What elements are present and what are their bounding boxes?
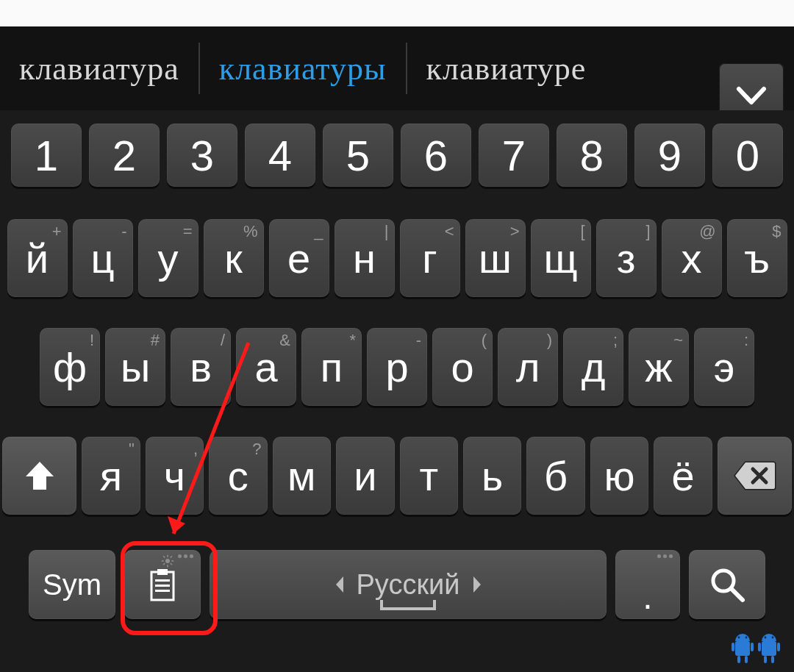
symbols-key[interactable]: Sym xyxy=(29,550,115,619)
more-dots-icon xyxy=(657,554,673,558)
settings-key[interactable] xyxy=(124,550,201,619)
chevron-down-icon xyxy=(734,79,768,112)
key-р[interactable]: р- xyxy=(367,328,427,406)
clipboard-icon xyxy=(144,566,181,603)
suggestion-item-1[interactable]: клавиатуры xyxy=(200,26,406,110)
key-ы[interactable]: ы# xyxy=(105,328,165,406)
svg-point-22 xyxy=(738,637,740,639)
key-с[interactable]: с? xyxy=(209,437,267,515)
key-к[interactable]: к% xyxy=(204,219,264,297)
key-л[interactable]: л) xyxy=(498,328,558,406)
svg-rect-4 xyxy=(171,560,174,562)
period-key[interactable]: . xyxy=(615,550,680,619)
svg-rect-5 xyxy=(163,556,165,558)
svg-rect-10 xyxy=(157,569,168,575)
svg-rect-6 xyxy=(170,563,172,565)
key-й[interactable]: й+ xyxy=(7,219,68,297)
key-5[interactable]: 5 xyxy=(323,124,393,187)
key-2[interactable]: 2 xyxy=(89,124,160,187)
key-з[interactable]: з] xyxy=(596,219,657,297)
more-dots-icon xyxy=(178,554,193,558)
key-е[interactable]: е_ xyxy=(269,219,329,297)
backspace-icon xyxy=(732,460,776,492)
svg-rect-18 xyxy=(732,643,734,651)
key-0[interactable]: 0 xyxy=(712,124,783,187)
key-ц[interactable]: ц- xyxy=(73,219,133,297)
spacebar[interactable]: Русский xyxy=(210,550,607,619)
key-б[interactable]: б xyxy=(526,437,584,515)
svg-rect-2 xyxy=(167,565,168,567)
key-ю[interactable]: ю xyxy=(590,437,648,515)
key-т[interactable]: т xyxy=(400,437,458,515)
keyboard: 1 2 3 4 5 6 7 8 9 0 й+ц-у=к%е_н|г<ш>щ[з]… xyxy=(0,110,794,672)
svg-rect-26 xyxy=(777,643,780,651)
key-п[interactable]: п* xyxy=(301,328,362,406)
key-4[interactable]: 4 xyxy=(245,124,315,187)
svg-point-29 xyxy=(765,637,767,639)
key-8[interactable]: 8 xyxy=(557,124,627,187)
key-а[interactable]: а& xyxy=(236,328,296,406)
key-ш[interactable]: ш> xyxy=(465,219,526,297)
key-в[interactable]: в/ xyxy=(171,328,231,406)
svg-rect-17 xyxy=(735,641,750,656)
suggestion-item-2[interactable]: клавиатуре xyxy=(407,26,606,110)
svg-rect-25 xyxy=(758,643,761,651)
backspace-key[interactable] xyxy=(718,437,792,515)
svg-line-15 xyxy=(732,589,743,600)
suggestion-item-0[interactable]: клавиатура xyxy=(0,26,198,110)
key-я[interactable]: я" xyxy=(82,437,140,515)
key-н[interactable]: н| xyxy=(335,219,395,297)
android-watermark-icon xyxy=(728,628,785,668)
letter-row-3: я"ч,с?митьбюё xyxy=(0,437,794,515)
key-щ[interactable]: щ[ xyxy=(531,219,591,297)
key-х[interactable]: х@ xyxy=(662,219,722,297)
key-6[interactable]: 6 xyxy=(401,124,471,187)
svg-point-30 xyxy=(772,637,774,639)
key-7[interactable]: 7 xyxy=(479,124,549,187)
key-ъ[interactable]: ъ$ xyxy=(727,219,787,297)
chevron-left-icon xyxy=(333,575,346,594)
svg-rect-12 xyxy=(155,585,170,587)
key-ч[interactable]: ч, xyxy=(146,437,204,515)
svg-rect-11 xyxy=(155,579,170,582)
key-г[interactable]: г< xyxy=(400,219,460,297)
key-ж[interactable]: ж~ xyxy=(629,328,689,406)
space-underline-icon xyxy=(379,598,437,613)
key-ь[interactable]: ь xyxy=(463,437,521,515)
chevron-right-icon xyxy=(471,575,484,594)
svg-rect-27 xyxy=(764,656,767,663)
key-ф[interactable]: ф! xyxy=(40,328,100,406)
svg-point-0 xyxy=(165,559,170,563)
svg-point-23 xyxy=(745,637,748,639)
search-icon xyxy=(707,565,747,604)
search-key[interactable] xyxy=(689,550,765,619)
gear-icon xyxy=(161,554,174,568)
svg-rect-21 xyxy=(745,656,748,663)
shift-up-icon xyxy=(21,457,58,494)
shift-key[interactable] xyxy=(2,437,76,515)
svg-rect-8 xyxy=(163,563,165,565)
key-3[interactable]: 3 xyxy=(167,124,237,187)
key-э[interactable]: э: xyxy=(694,328,754,406)
svg-rect-28 xyxy=(771,656,774,663)
letter-row-1: й+ц-у=к%е_н|г<ш>щ[з]х@ъ$ xyxy=(0,219,794,297)
bottom-row: Sym Русский . xyxy=(0,550,794,619)
key-у[interactable]: у= xyxy=(138,219,198,297)
svg-rect-7 xyxy=(170,556,172,558)
key-д[interactable]: д; xyxy=(563,328,623,406)
svg-rect-1 xyxy=(167,555,168,557)
key-9[interactable]: 9 xyxy=(634,124,705,187)
svg-rect-13 xyxy=(155,590,170,592)
svg-rect-19 xyxy=(751,643,754,651)
suggestion-bar: клавиатура клавиатуры клавиатуре xyxy=(0,26,794,110)
number-row: 1 2 3 4 5 6 7 8 9 0 xyxy=(0,124,794,187)
key-м[interactable]: м xyxy=(273,437,331,515)
svg-rect-20 xyxy=(737,656,740,663)
svg-rect-24 xyxy=(762,641,776,656)
key-1[interactable]: 1 xyxy=(11,124,82,187)
letter-row-2: ф!ы#в/а&п*р-о(л)д;ж~э: xyxy=(0,328,794,406)
key-и[interactable]: и xyxy=(336,437,394,515)
space-language-label: Русский xyxy=(357,569,460,601)
key-о[interactable]: о( xyxy=(432,328,493,406)
key-ё[interactable]: ё xyxy=(654,437,712,515)
